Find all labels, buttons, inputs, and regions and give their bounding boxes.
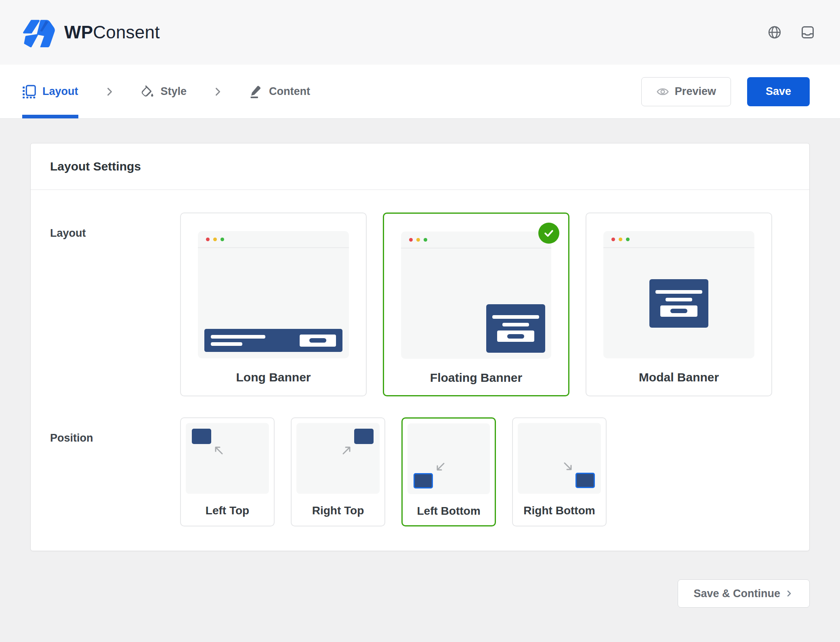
position-options: Left Top Right Top bbox=[180, 417, 607, 526]
browser-mockup-body bbox=[401, 248, 551, 359]
browser-mockup bbox=[603, 231, 754, 358]
layout-row: Layout bbox=[50, 213, 790, 396]
banner-position-rect bbox=[192, 429, 211, 444]
arrow-up-right-icon bbox=[340, 443, 354, 457]
position-mockup bbox=[296, 423, 380, 494]
layout-icon bbox=[22, 85, 36, 99]
panel-title: Layout Settings bbox=[50, 160, 790, 173]
window-dot-red bbox=[409, 238, 413, 242]
tab-style[interactable]: Style bbox=[141, 65, 187, 118]
tab-layout-label: Layout bbox=[42, 85, 78, 98]
position-option-label: Left Top bbox=[186, 504, 269, 517]
chevron-right-icon bbox=[212, 86, 224, 98]
browser-mockup-body bbox=[198, 248, 349, 358]
position-mockup bbox=[186, 423, 269, 494]
position-option-label: Left Bottom bbox=[407, 505, 490, 518]
active-tab-underline bbox=[22, 115, 78, 118]
layout-option-floating-banner[interactable]: Floating Banner bbox=[383, 213, 569, 396]
browser-mockup bbox=[198, 231, 349, 358]
window-dot-red bbox=[206, 238, 210, 241]
chevron-right-icon bbox=[784, 589, 794, 598]
tab-content-label: Content bbox=[269, 85, 310, 98]
banner-position-rect bbox=[354, 429, 374, 444]
save-and-continue-button[interactable]: Save & Continue bbox=[678, 579, 810, 608]
arrow-down-right-icon bbox=[561, 460, 575, 474]
browser-mockup-titlebar bbox=[603, 231, 754, 248]
panel-header: Layout Settings bbox=[31, 143, 809, 190]
browser-mockup-body bbox=[603, 248, 754, 358]
window-dot-green bbox=[424, 238, 427, 242]
browser-mockup bbox=[401, 232, 551, 359]
layout-options: Long Banner bbox=[180, 213, 772, 396]
position-mockup bbox=[518, 423, 601, 494]
position-option-left-top[interactable]: Left Top bbox=[180, 417, 275, 526]
save-button[interactable]: Save bbox=[747, 77, 810, 106]
arrow-up-left-icon bbox=[212, 443, 225, 457]
window-dot-yellow bbox=[213, 238, 217, 241]
preview-button-label: Preview bbox=[675, 85, 716, 98]
brand-name: WPConsent bbox=[64, 22, 160, 42]
selected-check-icon bbox=[538, 223, 559, 244]
browser-mockup-titlebar bbox=[198, 231, 349, 248]
chevron-right-icon bbox=[103, 86, 116, 98]
eye-icon bbox=[656, 85, 669, 98]
wpconsent-logo-icon bbox=[22, 17, 55, 47]
position-option-label: Right Bottom bbox=[518, 504, 601, 517]
globe-icon[interactable] bbox=[767, 25, 782, 40]
footer-bar: Save & Continue bbox=[30, 579, 810, 608]
tab-layout[interactable]: Layout bbox=[22, 65, 78, 118]
layout-option-long-banner[interactable]: Long Banner bbox=[180, 213, 367, 396]
tab-style-label: Style bbox=[161, 85, 187, 98]
paint-bucket-icon bbox=[141, 85, 154, 99]
browser-mockup-titlebar bbox=[401, 232, 551, 248]
position-option-label: Right Top bbox=[296, 504, 380, 517]
pencil-icon bbox=[249, 85, 262, 99]
floating-banner-preview bbox=[486, 304, 545, 353]
modal-banner-preview bbox=[649, 279, 708, 328]
window-dot-green bbox=[220, 238, 224, 241]
position-option-right-bottom[interactable]: Right Bottom bbox=[512, 417, 607, 526]
window-dot-yellow bbox=[416, 238, 420, 242]
layout-row-label: Layout bbox=[50, 213, 180, 396]
layout-option-label: Long Banner bbox=[236, 370, 311, 384]
brand-name-rest: Consent bbox=[93, 22, 160, 42]
window-dot-yellow bbox=[619, 238, 622, 241]
position-option-right-top[interactable]: Right Top bbox=[291, 417, 385, 526]
layout-settings-panel: Layout Settings Layout bbox=[30, 143, 810, 551]
brand-name-bold: WP bbox=[64, 22, 93, 42]
banner-position-rect bbox=[414, 473, 433, 488]
layout-option-label: Floating Banner bbox=[430, 371, 522, 385]
window-dot-green bbox=[626, 238, 630, 241]
position-mockup bbox=[407, 423, 490, 494]
preview-button[interactable]: Preview bbox=[641, 77, 731, 106]
long-banner-preview bbox=[204, 329, 342, 352]
position-option-left-bottom[interactable]: Left Bottom bbox=[401, 417, 496, 526]
inbox-icon[interactable] bbox=[800, 25, 815, 40]
position-row: Position Left Top bbox=[50, 417, 790, 526]
layout-option-label: Modal Banner bbox=[639, 370, 719, 384]
arrow-down-left-icon bbox=[433, 460, 447, 474]
window-dot-red bbox=[611, 238, 615, 241]
app-header: WPConsent bbox=[0, 0, 840, 65]
save-and-continue-label: Save & Continue bbox=[693, 587, 780, 600]
banner-position-rect bbox=[575, 473, 595, 488]
brand-logo: WPConsent bbox=[22, 17, 160, 47]
wizard-tabbar: Layout Style Content bbox=[0, 65, 840, 119]
position-row-label: Position bbox=[50, 417, 180, 526]
tab-content[interactable]: Content bbox=[249, 65, 310, 118]
layout-option-modal-banner[interactable]: Modal Banner bbox=[586, 213, 772, 396]
save-button-label: Save bbox=[766, 85, 791, 98]
